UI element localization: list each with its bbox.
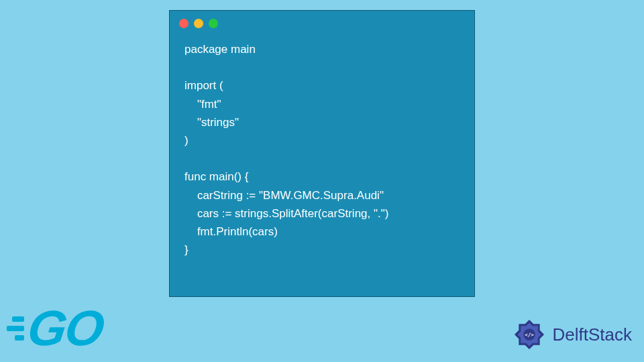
code-line: cars := strings.SplitAfter(carString, ".… bbox=[184, 207, 388, 220]
delftstack-badge-icon: </> bbox=[510, 315, 549, 354]
go-logo: GO bbox=[7, 300, 103, 357]
delftstack-logo-text: DelftStack bbox=[553, 324, 633, 345]
code-line: import ( bbox=[184, 79, 223, 92]
code-line: fmt.Println(cars) bbox=[184, 225, 278, 238]
window-titlebar bbox=[170, 11, 474, 32]
svg-text:</>: </> bbox=[525, 332, 534, 338]
code-line: package main bbox=[184, 43, 256, 56]
code-line: "fmt" bbox=[184, 98, 221, 111]
go-speed-lines-icon bbox=[7, 316, 24, 341]
maximize-icon bbox=[209, 19, 218, 28]
code-line: "strings" bbox=[184, 116, 239, 129]
delftstack-logo: </> DelftStack bbox=[510, 315, 633, 354]
code-line: } bbox=[184, 243, 189, 256]
code-line: func main() { bbox=[184, 170, 248, 183]
code-line: carString := "BMW.GMC.Supra.Audi" bbox=[184, 189, 384, 202]
code-line: ) bbox=[184, 134, 189, 147]
go-logo-text: GO bbox=[24, 300, 107, 357]
code-content: package main import ( "fmt" "strings" ) … bbox=[170, 32, 474, 267]
code-window: package main import ( "fmt" "strings" ) … bbox=[169, 10, 475, 297]
close-icon bbox=[179, 19, 189, 28]
minimize-icon bbox=[194, 19, 203, 28]
